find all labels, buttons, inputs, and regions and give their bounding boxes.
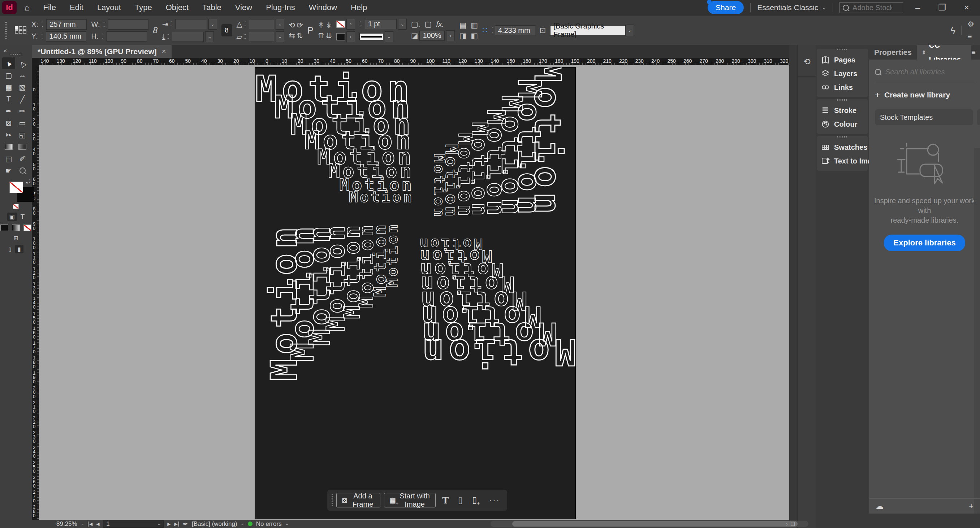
dock-grip[interactable] <box>837 136 848 138</box>
vertical-ruler[interactable]: 01 02 03 04 05 06 07 08 09 01 0 01 1 01 … <box>32 65 39 520</box>
scissors-tool[interactable]: ✂ <box>2 129 15 141</box>
preset-dropdown-icon[interactable]: ⌄ <box>241 522 244 526</box>
rotate-ccw-icon[interactable]: ⟲ <box>289 21 295 30</box>
library-search-input[interactable] <box>885 68 969 76</box>
y-stepper[interactable]: ⌃⌄ <box>41 34 44 39</box>
panel-grip[interactable] <box>5 22 7 39</box>
frame-tool[interactable]: ⊠ <box>2 117 15 129</box>
object-style-dropdown[interactable]: [Basic Graphics Frame] <box>550 25 625 35</box>
reference-point-proxy-icon[interactable] <box>14 24 27 37</box>
scroll-right-icon[interactable]: › <box>786 521 788 527</box>
pencil-tool[interactable]: ✏ <box>16 105 29 117</box>
stroke-color-swatch[interactable] <box>336 21 345 28</box>
swap-fill-stroke-icon[interactable]: ⤾ <box>26 179 31 185</box>
preflight-preset[interactable]: [Basic] (working) <box>192 520 237 528</box>
menu-type[interactable]: Type <box>128 0 159 15</box>
normal-view-button[interactable]: ▯ <box>8 246 11 253</box>
preview-mode-button[interactable]: ▮ <box>15 245 24 253</box>
menu-file[interactable]: File <box>37 0 63 15</box>
link-scale-icon[interactable]: 8 <box>221 24 232 36</box>
last-page-button[interactable]: ▶ <box>175 522 179 526</box>
apply-none-button[interactable] <box>24 225 32 231</box>
start-with-image-button[interactable]: ▦+ Start with Image <box>384 493 436 507</box>
add-text-icon[interactable]: T <box>439 495 452 506</box>
formatting-container-button[interactable]: ▣ <box>7 212 17 221</box>
constrain-proportions-icon[interactable]: 8 <box>153 25 158 35</box>
dock-item-layers[interactable]: Layers <box>817 67 868 81</box>
dock-grip[interactable] <box>837 49 848 50</box>
select-previous-icon[interactable]: ⇈ <box>318 32 325 40</box>
y-field[interactable]: 140.5 mm <box>46 32 86 41</box>
panel-menu-icon[interactable]: ≡ <box>971 48 980 57</box>
gap-field[interactable]: 4.233 mm <box>495 25 535 35</box>
library-search[interactable] <box>875 68 974 81</box>
free-transform-tool[interactable]: ◱ <box>16 129 29 141</box>
zoom-tool[interactable] <box>16 165 29 176</box>
dock-item-links[interactable]: Links <box>817 81 868 94</box>
apply-color-button[interactable] <box>0 225 8 231</box>
w-field[interactable] <box>108 19 148 30</box>
effects-icon[interactable]: fx. <box>436 20 444 29</box>
dock-grip[interactable] <box>837 99 848 101</box>
stroke-style-dropdown[interactable] <box>360 33 383 40</box>
menu-object[interactable]: Object <box>159 0 196 15</box>
menu-table[interactable]: Table <box>196 0 228 15</box>
gap-tool[interactable]: ↔ <box>16 69 29 81</box>
errors-dropdown-icon[interactable]: ⌄ <box>285 522 289 526</box>
tab-close-icon[interactable]: × <box>162 47 166 55</box>
fill-swatch[interactable] <box>10 182 23 193</box>
horizontal-scrollbar-thumb[interactable] <box>512 521 798 526</box>
apply-gradient-button[interactable] <box>12 225 20 231</box>
share-button[interactable]: Share <box>708 1 744 14</box>
horizontal-ruler[interactable]: 1401301201101009080706050403020100102030… <box>39 58 789 65</box>
frame-fitting-icon[interactable]: ∷ <box>482 25 487 35</box>
view-options-icon[interactable]: ⊞ <box>13 235 18 241</box>
more-options-icon[interactable]: ··· <box>486 495 503 505</box>
document-tab[interactable]: *Untitled-1 @ 89% [GPU Preview] × <box>32 45 172 58</box>
menu-layout[interactable]: Layout <box>90 0 128 15</box>
dock-item-stroke[interactable]: Stroke <box>817 103 868 117</box>
restore-button[interactable]: ❐ <box>932 0 952 15</box>
line-tool[interactable]: ╱ <box>16 93 29 105</box>
align-edge-icon[interactable]: ◧ <box>471 32 478 40</box>
workspace-switcher[interactable]: Essentials Classic ⌄ <box>757 3 826 12</box>
pasteboard[interactable]: MotionMotionMotionMotionMotionMotionMoti… <box>39 65 789 520</box>
drag-handle[interactable] <box>332 494 332 506</box>
minimize-button[interactable]: – <box>910 0 926 15</box>
cloud-sync-icon[interactable]: ☁ <box>876 502 883 511</box>
dock-item-texttoima[interactable]: Text to Ima... <box>817 154 868 168</box>
panel-grip[interactable] <box>10 54 22 55</box>
formatting-text-button[interactable]: T <box>21 213 25 221</box>
menu-edit[interactable]: Edit <box>63 0 90 15</box>
create-new-library-button[interactable]: + Create new library <box>875 90 974 100</box>
first-page-button[interactable]: ◀ <box>88 522 92 526</box>
rectangle-tool[interactable]: ▭ <box>16 117 29 129</box>
rotate-cw-icon[interactable]: ⟳ <box>297 21 303 30</box>
tab-properties[interactable]: Properties <box>869 45 917 60</box>
zoom-dropdown-icon[interactable]: ⌄ <box>81 522 84 526</box>
preflight-pen-icon[interactable]: ✒ <box>183 520 188 528</box>
explore-libraries-button[interactable]: Explore libraries <box>884 235 965 251</box>
collapse-panel-icon[interactable]: « <box>3 47 7 54</box>
menu-view[interactable]: View <box>228 0 259 15</box>
add-page-plus-icon[interactable]: ▯+ <box>469 495 483 506</box>
version-history-icon[interactable]: ⟲ <box>798 57 816 67</box>
document-page[interactable]: MotionMotionMotionMotionMotionMotionMoti… <box>255 67 576 519</box>
select-content-icon[interactable]: ↡ <box>326 21 332 30</box>
w-stepper[interactable]: ⌃⌄ <box>103 22 106 27</box>
align-center-icon[interactable]: ◨ <box>459 32 466 40</box>
fill-color-swatch[interactable] <box>336 33 345 40</box>
wrap-bounding-icon[interactable]: ▥ <box>471 21 478 30</box>
stock-templates-tile[interactable]: Stock Templates <box>875 109 973 125</box>
template-tile-partial[interactable] <box>977 109 980 125</box>
zoom-level[interactable]: 89.25% <box>56 520 77 528</box>
opacity-field[interactable]: 100% <box>419 31 445 41</box>
preflight-errors-label[interactable]: No errors <box>256 520 282 528</box>
menu-plugins[interactable]: Plug-Ins <box>259 0 302 15</box>
quick-actions-icon[interactable]: ϟ <box>950 25 955 36</box>
x-stepper[interactable]: ⌃⌄ <box>41 22 44 27</box>
auto-fit-frame-icon[interactable]: ⊡ <box>540 26 546 35</box>
add-frame-button[interactable]: ⊠ Add a Frame <box>336 493 381 507</box>
page-tool[interactable]: ▢ <box>2 69 15 81</box>
split-view-icon[interactable]: ❒ <box>791 521 795 527</box>
